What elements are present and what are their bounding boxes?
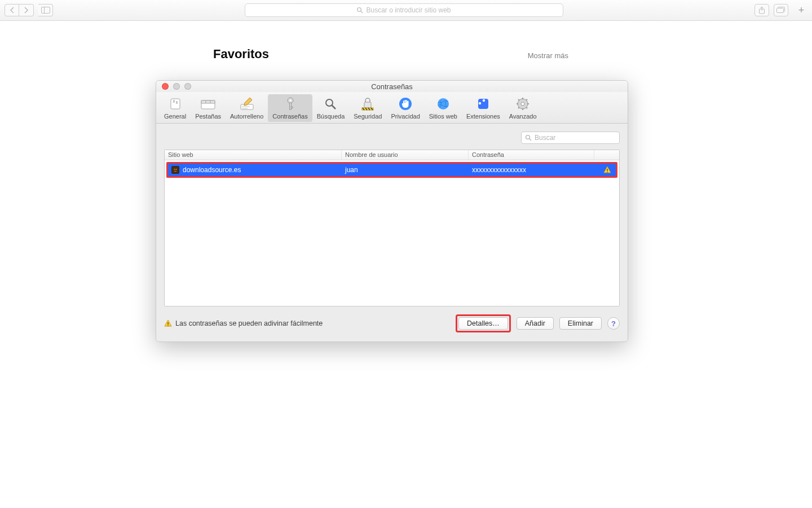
cell-site: downloadsource.es [183,166,241,174]
magnifier-icon [323,96,338,112]
svg-line-36 [518,99,519,100]
tab-privacy[interactable]: Privacidad [386,94,424,122]
back-button[interactable] [5,4,19,16]
svg-point-18 [289,99,292,102]
svg-point-44 [176,169,177,170]
svg-rect-45 [607,169,607,171]
passwords-search-input[interactable]: Buscar [521,132,620,144]
svg-line-3 [361,11,363,13]
details-button[interactable]: Detalles… [458,317,508,330]
sidebar-toggle-button[interactable] [38,4,53,16]
svg-rect-23 [364,102,371,108]
highlight-annotation-details: Detalles… [456,314,511,332]
svg-rect-6 [777,8,784,13]
tab-extensions[interactable]: Extensiones [462,94,505,122]
forward-button[interactable] [19,4,34,16]
svg-rect-9 [176,101,178,104]
hand-icon [398,96,413,112]
show-more-link[interactable]: Mostrar más [528,51,568,60]
tab-general[interactable]: General [160,94,191,122]
close-window-button[interactable] [162,83,169,90]
col-spacer [594,150,619,160]
svg-rect-11 [201,100,215,103]
cell-pass: xxxxxxxxxxxxxxxx [472,166,526,174]
tab-security[interactable]: Seguridad [349,94,386,122]
tab-advanced[interactable]: Avanzado [505,94,541,122]
safari-toolbar: Buscar o introducir sitio web + [0,0,812,21]
col-pass[interactable]: Contraseña [469,150,594,160]
puzzle-icon [475,96,491,112]
globe-icon [435,96,451,112]
favorites-header: Favoritos Mostrar más [213,32,568,67]
minimize-window-button [173,83,180,90]
gear-icon [515,96,531,112]
passwords-table: Sitio web Nombre de usuario Contraseña d… [164,150,620,306]
search-placeholder: Buscar [535,134,555,142]
window-title: Contraseñas [371,82,413,91]
svg-point-40 [526,135,530,139]
svg-point-29 [479,102,481,104]
traffic-lights [162,83,191,90]
new-tab-button[interactable]: + [795,4,807,16]
tab-autofill[interactable]: Autorrelleno [226,94,268,122]
help-button[interactable]: ? [607,317,620,330]
tabs-icon [200,96,216,112]
address-placeholder: Buscar o introducir sitio web [366,6,451,14]
tab-passwords[interactable]: Contraseñas [268,94,312,122]
svg-point-43 [174,169,175,170]
warning-message: Las contraseñas se pueden adivinar fácil… [164,319,450,327]
svg-rect-8 [173,100,175,103]
warning-icon [603,166,611,174]
tab-search[interactable]: Búsqueda [312,94,350,122]
key-icon [283,96,298,112]
col-site[interactable]: Sitio web [165,150,342,160]
lock-barrier-icon [360,96,376,112]
address-bar[interactable]: Buscar o introducir sitio web [245,3,563,17]
svg-rect-20 [291,107,293,108]
svg-rect-42 [173,167,178,173]
preferences-tabs: General Pestañas Autorrelleno Contraseña… [156,92,628,124]
cell-user: juan [345,166,358,174]
pencil-form-icon [239,96,255,112]
svg-point-31 [521,102,524,106]
svg-point-2 [358,8,361,12]
col-user[interactable]: Nombre de usuario [342,150,469,160]
remove-button[interactable]: Eliminar [559,317,602,330]
search-icon [525,134,532,141]
tab-tabs[interactable]: Pestañas [191,94,226,122]
zoom-window-button [184,83,191,90]
site-favicon [171,166,179,174]
svg-rect-0 [41,7,50,14]
svg-point-21 [326,99,333,106]
tab-websites[interactable]: Sitios web [425,94,462,122]
table-header[interactable]: Sitio web Nombre de usuario Contraseña [165,150,619,160]
warning-icon [164,319,172,327]
highlight-annotation-row: downloadsource.es juan xxxxxxxxxxxxxxxx [166,162,617,178]
svg-rect-46 [607,172,607,172]
preferences-window: Contraseñas General Pestañas Autorrellen… [156,80,628,342]
svg-line-41 [529,139,531,141]
svg-rect-47 [167,322,168,325]
tabs-overview-button[interactable] [774,4,788,16]
svg-point-26 [438,98,449,110]
favorites-title: Favoritos [213,47,269,62]
svg-rect-19 [289,103,291,110]
svg-rect-7 [171,99,180,109]
password-row[interactable]: downloadsource.es juan xxxxxxxxxxxxxxxx [168,164,616,176]
svg-line-22 [332,106,336,110]
svg-point-28 [483,99,485,102]
switch-icon [167,96,183,112]
svg-rect-48 [167,325,168,326]
share-button[interactable] [754,4,769,16]
svg-line-39 [526,99,527,100]
svg-line-38 [518,107,519,108]
window-titlebar[interactable]: Contraseñas [156,81,628,92]
add-button[interactable]: Añadir [517,317,554,330]
svg-line-37 [526,107,527,108]
